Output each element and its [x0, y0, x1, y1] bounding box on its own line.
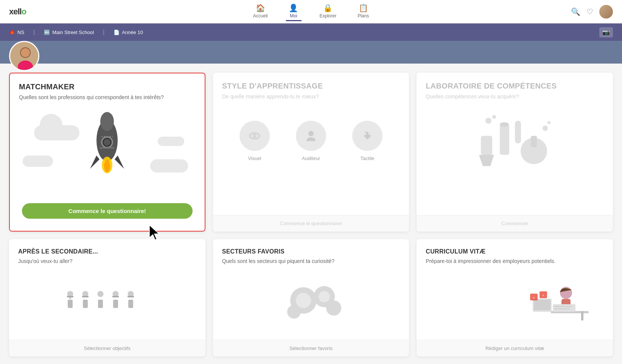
svg-rect-21: [500, 124, 509, 155]
search-button[interactable]: 🔍: [571, 7, 580, 16]
lab-svg: [470, 113, 560, 174]
year-label: Année 10: [122, 30, 143, 35]
nav-center: 🏠 Accueil 👤 Moi 🔒 Explorer 📋 Plans: [250, 2, 372, 21]
user-avatar[interactable]: [599, 5, 613, 19]
svg-rect-55: [553, 304, 575, 312]
rocket-svg: [77, 110, 137, 186]
lab-title: LABORATOIRE DE COMPÉTENCES: [426, 82, 604, 90]
svg-point-29: [547, 121, 550, 124]
svg-point-28: [543, 126, 548, 131]
profile-section: [0, 41, 622, 64]
nav-plans[interactable]: 📋 Plans: [355, 2, 372, 21]
svg-rect-25: [531, 136, 537, 147]
cloud-1: [34, 125, 79, 140]
style-subtitle: De quelle manière apprends-tu le mieux?: [222, 93, 400, 100]
cloud-2: [23, 156, 53, 167]
school-icon: 🔤: [44, 30, 50, 35]
region-item[interactable]: 🍁 NS: [9, 30, 24, 35]
style-card[interactable]: STYLE D'APPRENTISSAGE De quelle manière …: [213, 73, 409, 232]
matchmaker-footer-wrap: Commence le questionnaire!: [10, 199, 205, 231]
cloud-3: [150, 159, 188, 173]
svg-point-50: [326, 300, 341, 316]
matchmaker-body: MATCHMAKER Quelles sont les professions …: [10, 73, 205, 199]
svg-rect-59: [534, 300, 550, 310]
svg-point-48: [319, 291, 330, 302]
matchmaker-subtitle: Quelles sont les professions qui corresp…: [19, 94, 196, 100]
cv-title: CURRICULUM VITÆ: [426, 248, 604, 255]
secteurs-cta[interactable]: Sélectionner favoris: [213, 340, 409, 356]
svg-rect-38: [98, 300, 103, 308]
cv-subtitle: Prépare-toi à impressionner des employeu…: [426, 258, 604, 264]
secteurs-body: SECTEURS FAVORIS Quels sont les secteurs…: [213, 239, 409, 340]
sub-navigation: 🍁 NS | 🔤 Main Street School | 📄 Année 10…: [0, 23, 622, 41]
lab-illustration: [426, 106, 604, 181]
matchmaker-card[interactable]: MATCHMAKER Quelles sont les professions …: [9, 73, 205, 232]
main-content: MATCHMAKER Quelles sont les professions …: [0, 64, 622, 364]
svg-point-22: [500, 122, 509, 127]
nav-accueil[interactable]: 🏠 Accueil: [250, 2, 271, 21]
auditeur-label: Auditeur: [302, 156, 320, 161]
profile-avatar[interactable]: [9, 41, 39, 71]
style-cta[interactable]: Commence le questionnaire!: [213, 215, 409, 232]
secteurs-card[interactable]: SECTEURS FAVORIS Quels sont les secteurs…: [213, 239, 409, 356]
svg-rect-44: [128, 296, 134, 297]
tactile-icon: [352, 121, 383, 151]
school-label: Main Street School: [52, 30, 94, 35]
svg-point-12: [104, 160, 110, 172]
top-navigation: xello 🏠 Accueil 👤 Moi 🔒 Explorer 📋 Plans…: [0, 0, 622, 23]
auditeur-icon: [296, 121, 326, 151]
svg-point-27: [492, 115, 496, 119]
secondaire-body: APRÈS LE SECONDAIRE... Jusqu'où veux-tu …: [9, 239, 205, 340]
nav-moi-label: Moi: [290, 13, 297, 19]
matchmaker-title: MATCHMAKER: [19, 82, 196, 91]
region-icon: 🍁: [9, 30, 15, 35]
nav-moi[interactable]: 👤 Moi: [286, 2, 301, 21]
secteurs-title: SECTEURS FAVORIS: [222, 248, 400, 255]
secondaire-subtitle: Jusqu'où veux-tu aller?: [18, 258, 196, 264]
figures-svg: [65, 278, 149, 323]
nav-right: 🔍 ♡: [571, 5, 613, 19]
lab-cta[interactable]: Commencer: [417, 215, 613, 232]
nav-divider-2: |: [103, 29, 104, 36]
svg-point-26: [485, 118, 491, 124]
svg-point-5: [100, 112, 114, 131]
svg-text:x: x: [533, 296, 535, 299]
year-item[interactable]: 📄 Année 10: [114, 30, 143, 35]
svg-marker-10: [115, 156, 124, 169]
home-icon: 🏠: [256, 3, 265, 12]
nav-explorer-label: Explorer: [319, 13, 336, 19]
svg-point-17: [254, 135, 256, 137]
learning-icons: Visuel Auditeur: [222, 106, 400, 169]
secteurs-subtitle: Quels sont les secteurs qui piquent ta c…: [222, 258, 400, 264]
svg-rect-35: [83, 300, 88, 308]
tactile-label: Tactile: [360, 156, 374, 161]
lab-card[interactable]: LABORATOIRE DE COMPÉTENCES Quelles compé…: [417, 73, 613, 232]
school-item[interactable]: 🔤 Main Street School: [44, 30, 94, 35]
camera-button[interactable]: 📷: [599, 27, 613, 37]
lab-subtitle: Quelles compétences veux-tu acquérir?: [426, 93, 604, 100]
visuel-icon: [239, 121, 270, 151]
secondaire-cta[interactable]: Sélectionner objectifs: [9, 340, 205, 356]
logo-dot: o: [22, 7, 26, 16]
secondaire-card[interactable]: APRÈS LE SECONDAIRE... Jusqu'où veux-tu …: [9, 239, 205, 356]
cv-cta[interactable]: Rédiger un curriculum vitæ: [417, 340, 613, 356]
nav-accueil-label: Accueil: [253, 13, 268, 19]
svg-rect-54: [581, 311, 583, 320]
svg-point-49: [287, 305, 301, 319]
nav-explorer[interactable]: 🔒 Explorer: [316, 2, 339, 21]
cv-card[interactable]: CURRICULUM VITÆ Prépare-toi à impression…: [417, 239, 613, 356]
svg-rect-36: [82, 296, 89, 297]
visuel-label: Visuel: [248, 156, 261, 161]
visuel-item: Visuel: [239, 121, 270, 161]
svg-point-46: [296, 293, 311, 308]
logo[interactable]: xello: [9, 7, 26, 17]
favorites-button[interactable]: ♡: [586, 7, 593, 16]
year-icon: 📄: [114, 30, 120, 35]
cv-svg: x x: [513, 278, 596, 323]
svg-point-3: [21, 48, 30, 57]
region-label: NS: [17, 30, 24, 35]
tactile-item: Tactile: [352, 121, 383, 161]
secondaire-title: APRÈS LE SECONDAIRE...: [18, 248, 196, 255]
cards-grid: MATCHMAKER Quelles sont les professions …: [9, 73, 613, 232]
matchmaker-cta[interactable]: Commence le questionnaire!: [22, 203, 193, 219]
